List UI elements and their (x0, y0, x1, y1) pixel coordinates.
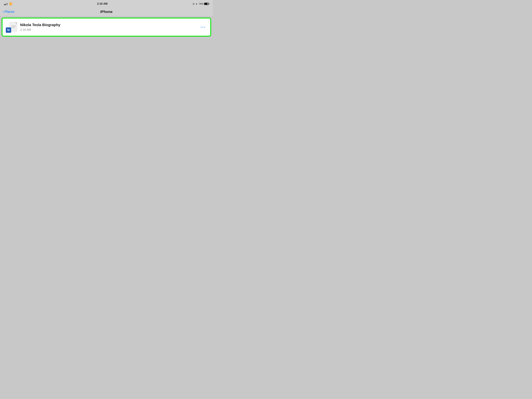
lock-icon: ◔ (192, 3, 194, 5)
doc-lines (11, 25, 16, 28)
doc-line-1 (11, 25, 16, 26)
page-title: iPhone (100, 10, 113, 14)
file-info: Nikola Tesla Biography 2:16 AM (20, 23, 199, 32)
signal-bar-4 (7, 3, 8, 5)
doc-line-3 (11, 28, 15, 28)
nav-bar: ‹ Places iPhone (0, 7, 213, 16)
signal-bar-3 (6, 3, 7, 5)
status-time: 2:16 AM (97, 2, 108, 5)
back-button[interactable]: ‹ Places (3, 10, 14, 14)
battery-icon (204, 3, 209, 5)
file-icon: W (6, 21, 17, 33)
signal-bar-1 (4, 4, 5, 5)
more-options-button[interactable]: ··· (199, 23, 207, 31)
battery-container: 76% (199, 2, 209, 5)
doc-line-2 (11, 27, 16, 27)
wifi-icon: 📶 (9, 2, 12, 5)
signal-bar-2 (5, 4, 6, 5)
highlight-area: W Nikola Tesla Biography 2:16 AM ··· (2, 18, 211, 37)
back-label: Places (5, 10, 14, 14)
battery-fill (204, 3, 208, 5)
status-right: ◔ ➤ 76% (192, 2, 209, 5)
back-chevron-icon: ‹ (3, 10, 4, 14)
signal-bars-icon (4, 2, 8, 5)
battery-percent: 76% (199, 2, 203, 5)
word-badge: W (6, 27, 11, 33)
file-name: Nikola Tesla Biography (20, 23, 199, 27)
status-bar: 📶 2:16 AM ◔ ➤ 76% (0, 0, 213, 7)
file-list-item[interactable]: W Nikola Tesla Biography 2:16 AM ··· (2, 19, 210, 36)
location-icon: ➤ (196, 3, 197, 5)
status-left: 📶 (4, 2, 12, 5)
file-timestamp: 2:16 AM (20, 28, 199, 32)
word-doc-icon: W (6, 21, 17, 33)
